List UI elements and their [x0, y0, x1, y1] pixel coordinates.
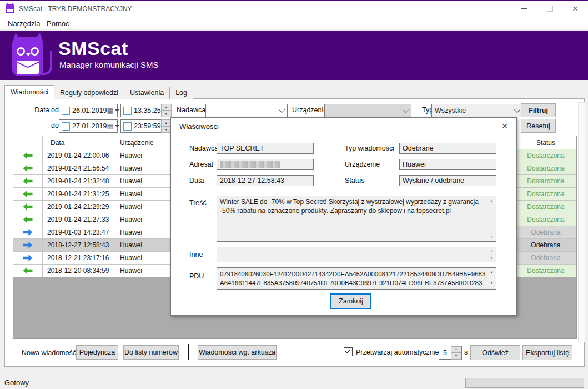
dlg-type-value: Odebrane: [399, 143, 496, 154]
redacted-phone-number: [220, 161, 280, 168]
spin-down-icon[interactable]: ▼: [161, 111, 172, 117]
col-direction[interactable]: [13, 136, 43, 149]
calendar-dropdown[interactable]: ▦: [107, 107, 122, 114]
auto-interval-unit: s: [464, 348, 468, 356]
titlebar[interactable]: SMScat - TRYB DEMONSTRACYJNY ✕: [0, 0, 588, 16]
tab-log[interactable]: Log: [169, 87, 193, 99]
cell-device: Huawei: [115, 226, 174, 238]
close-button[interactable]: ✕: [562, 1, 588, 16]
col-status[interactable]: Status: [515, 136, 576, 149]
dlg-status-label: Status: [345, 177, 364, 184]
dlg-other-label: Inne: [189, 251, 203, 258]
col-device[interactable]: Urządzenie: [115, 136, 174, 149]
filter-button[interactable]: Filtruj: [521, 103, 556, 117]
menu-pomoc[interactable]: Pomoc: [43, 18, 72, 29]
auto-process-checkbox[interactable]: [344, 347, 353, 356]
chevron-down-icon: [514, 107, 520, 113]
window-title: SMScat - TRYB DEMONSTRACYJNY: [19, 5, 132, 13]
cell-device: Huawei: [115, 265, 174, 277]
scroll-down-icon: ▼: [490, 281, 494, 285]
date-from-label: Data od: [31, 106, 59, 114]
footer-divider: [188, 344, 189, 360]
date-to-picker[interactable]: 27.01.2019 ▦: [59, 119, 118, 133]
cell-date: 2019-01-24 21:27:33: [43, 213, 115, 226]
time-to-picker[interactable]: 23:59:59 ▲ ▼: [120, 119, 169, 133]
cell-status: Dostarczona: [515, 265, 576, 277]
cell-status: Odebrana: [515, 239, 576, 251]
cell-status: Dostarczona: [515, 149, 576, 162]
dlg-content-value[interactable]: Winter SALE do -70% w Top Secret! Skorzy…: [217, 196, 496, 242]
minimize-button[interactable]: [511, 1, 537, 16]
outgoing-arrow-icon: [23, 178, 33, 185]
time-from-checkbox[interactable]: [123, 107, 132, 115]
dlg-date-label: Data: [189, 177, 204, 184]
cat-tail-icon: [41, 51, 52, 75]
cell-status: Dostarczona: [515, 188, 576, 200]
chevron-down-icon: [279, 107, 285, 113]
col-date[interactable]: Data: [43, 136, 115, 149]
chevron-down-icon: [115, 125, 119, 127]
type-filter-value: Wszystkie: [435, 107, 466, 114]
cell-date: 2018-12-27 12:58:43: [43, 239, 115, 251]
date-from-value: 26.01.2019: [72, 107, 107, 114]
maximize-icon: [547, 6, 553, 12]
cell-device: Huawei: [115, 239, 174, 251]
refresh-button[interactable]: Odśwież: [470, 345, 520, 360]
time-from-spinner[interactable]: ▲ ▼: [161, 104, 172, 117]
type-filter-combobox[interactable]: Wszystkie: [431, 104, 523, 117]
dialog-ok-button[interactable]: Zamknij: [330, 293, 371, 309]
cell-date: 2019-01-24 21:31:25: [43, 188, 115, 200]
maximize-button[interactable]: [537, 1, 562, 16]
dialog-title: Właściwości: [179, 122, 219, 131]
tab-ustawienia[interactable]: Ustawienia: [124, 87, 170, 99]
status-text: Gotowy: [4, 378, 29, 387]
time-to-checkbox[interactable]: [123, 122, 132, 131]
cell-status: Odebrana: [515, 226, 576, 238]
cell-status: Dostarczona: [515, 213, 576, 226]
spin-up-icon[interactable]: ▲: [161, 104, 172, 111]
messages-from-sheet-button[interactable]: Wiadomości wg. arkusza: [198, 345, 277, 360]
spin-up-icon[interactable]: ▲: [451, 346, 461, 353]
cat-eye-icon: [17, 47, 25, 56]
cell-status: Odebrana: [515, 252, 576, 264]
dialog-close-button[interactable]: ✕: [499, 121, 511, 132]
dlg-pdu-value[interactable]: 07918406026030F12412D0D42714342D0EA5452A…: [217, 267, 496, 290]
scroll-up-icon: ▲: [490, 270, 494, 274]
auto-interval-stepper[interactable]: 5 ▲ ▼: [439, 346, 462, 360]
date-from-picker[interactable]: 26.01.2019 ▦: [59, 104, 118, 117]
time-to-spinner[interactable]: ▲ ▼: [161, 119, 172, 133]
outgoing-arrow-icon: [23, 191, 33, 198]
cell-date: 2019-01-24 21:56:54: [43, 162, 115, 174]
export-list-button[interactable]: Eksportuj listę: [522, 345, 572, 360]
spin-down-icon[interactable]: ▼: [451, 353, 461, 360]
new-single-button[interactable]: Pojedyncza: [76, 345, 118, 360]
sender-filter-combobox[interactable]: [205, 104, 288, 117]
new-list-button[interactable]: Do listy numerów: [123, 345, 179, 360]
time-from-picker[interactable]: 13:35:25 ▲ ▼: [120, 104, 169, 117]
scroll-up-icon: ▲: [490, 249, 494, 253]
dlg-status-value: Wysłane / odebrane: [399, 175, 496, 186]
progress-bar: [465, 378, 584, 388]
tab-wiadomosci[interactable]: Wiadomości: [4, 85, 54, 99]
vertical-scrollbar[interactable]: [578, 102, 585, 342]
cell-device: Huawei: [115, 162, 174, 174]
menu-narzedzia[interactable]: Narzędzia: [4, 18, 44, 29]
outgoing-arrow-icon: [23, 152, 33, 159]
spin-down-icon[interactable]: ▼: [161, 126, 172, 133]
statusbar: Gotowy: [0, 375, 588, 389]
dlg-other-value[interactable]: [217, 247, 496, 262]
reset-button[interactable]: Resetuj: [521, 119, 556, 133]
incoming-arrow-icon: [23, 229, 33, 236]
scroll-down-icon: ▼: [490, 256, 494, 260]
spin-up-icon[interactable]: ▲: [161, 119, 172, 126]
envelope-icon: [17, 61, 39, 74]
date-from-checkbox[interactable]: [62, 107, 70, 115]
minimize-icon: [521, 8, 527, 9]
calendar-dropdown[interactable]: ▦: [107, 123, 122, 129]
device-filter-combobox: [324, 104, 411, 117]
dlg-device-value: Huawei: [399, 159, 496, 170]
tabstrip: Wiadomości Reguły odpowiedzi Ustawienia …: [4, 86, 193, 99]
dlg-device-label: Urządzenie: [345, 161, 380, 168]
tab-reguly-odpowiedzi[interactable]: Reguły odpowiedzi: [54, 87, 124, 99]
date-to-checkbox[interactable]: [62, 122, 70, 131]
